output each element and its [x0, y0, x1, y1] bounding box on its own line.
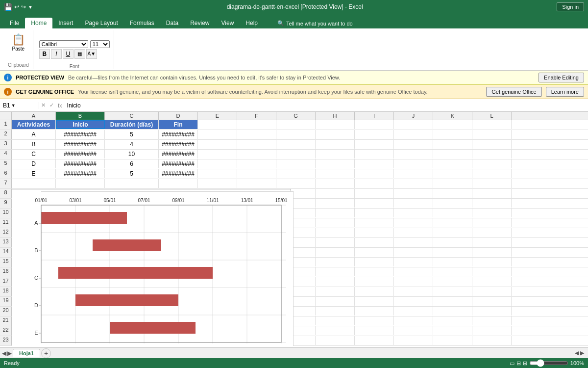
tab-review[interactable]: Review: [184, 18, 215, 28]
save-icon[interactable]: 💾: [4, 3, 12, 11]
cell-b1[interactable]: Inicio: [56, 120, 105, 129]
cell-empty[interactable]: [433, 267, 472, 276]
cell-d2[interactable]: ##########: [159, 130, 198, 139]
cell-empty[interactable]: [394, 326, 433, 335]
bold-button[interactable]: B: [39, 49, 50, 59]
cell-empty[interactable]: [355, 287, 394, 296]
cell-empty[interactable]: [433, 248, 472, 257]
cell-empty[interactable]: [433, 316, 472, 325]
cell-k1[interactable]: [433, 120, 472, 129]
cell-empty[interactable]: [433, 287, 472, 296]
formula-input[interactable]: [64, 102, 588, 109]
cell-d5[interactable]: ##########: [159, 159, 198, 168]
paste-button[interactable]: 📋 Paste: [10, 31, 27, 53]
gantt-chart[interactable]: 01/01 03/01 05/01 07/01 09/01 11/01 13/0…: [12, 189, 291, 346]
cell-d3[interactable]: ##########: [159, 140, 198, 149]
cell-empty[interactable]: [472, 307, 512, 315]
cell-j1[interactable]: [394, 120, 433, 129]
cell-empty[interactable]: [472, 189, 512, 198]
cell-empty[interactable]: [316, 218, 355, 227]
cell-empty[interactable]: [394, 307, 433, 315]
cell-empty[interactable]: [316, 277, 355, 286]
cell-empty[interactable]: [472, 316, 512, 325]
cell-empty[interactable]: [472, 297, 512, 306]
cell-empty[interactable]: [355, 336, 394, 345]
cell-b5[interactable]: ##########: [56, 159, 105, 168]
cell-empty[interactable]: [355, 199, 394, 208]
cell-f1[interactable]: [237, 120, 276, 129]
cell-e2[interactable]: [198, 130, 237, 139]
font-name-select[interactable]: Calibri: [39, 40, 88, 48]
cell-empty[interactable]: [394, 267, 433, 276]
cell-c2[interactable]: 5: [105, 130, 159, 139]
cell-h2[interactable]: [316, 130, 355, 139]
cell-b4[interactable]: ##########: [56, 150, 105, 158]
cell-d1[interactable]: Fin: [159, 120, 198, 129]
cell-empty[interactable]: [433, 277, 472, 286]
col-header-h[interactable]: H: [316, 112, 355, 120]
cell-empty[interactable]: [355, 238, 394, 247]
cell-empty[interactable]: [355, 189, 394, 198]
cell-b2[interactable]: ##########: [56, 130, 105, 139]
cell-empty[interactable]: [472, 326, 512, 335]
cell-empty[interactable]: [316, 287, 355, 296]
cell-empty[interactable]: [355, 248, 394, 257]
cell-c3[interactable]: 4: [105, 140, 159, 149]
cell-empty[interactable]: [355, 297, 394, 306]
col-header-f[interactable]: F: [237, 112, 276, 120]
cell-empty[interactable]: [355, 218, 394, 227]
cell-empty[interactable]: [316, 199, 355, 208]
tab-formulas[interactable]: Formulas: [124, 18, 160, 28]
cell-empty[interactable]: [394, 238, 433, 247]
tab-page-layout[interactable]: Page Layout: [79, 18, 123, 28]
cell-reference[interactable]: B1 ▼: [0, 102, 39, 109]
cell-empty[interactable]: [355, 209, 394, 217]
fill-color-button[interactable]: A▼: [86, 49, 97, 59]
cell-empty[interactable]: [472, 209, 512, 217]
cell-f2[interactable]: [237, 130, 276, 139]
cell-d6[interactable]: ##########: [159, 169, 198, 178]
cell-empty[interactable]: [394, 287, 433, 296]
col-header-k[interactable]: K: [433, 112, 472, 120]
cell-empty[interactable]: [433, 228, 472, 237]
cell-l2[interactable]: [472, 130, 512, 139]
cell-empty[interactable]: [433, 218, 472, 227]
redo-icon[interactable]: ↪: [21, 3, 26, 10]
border-button[interactable]: ▦: [74, 49, 85, 59]
undo-icon[interactable]: ↩: [14, 3, 19, 10]
font-size-select[interactable]: 11: [90, 40, 110, 48]
cell-empty[interactable]: [472, 267, 512, 276]
function-icon[interactable]: fx: [56, 103, 64, 108]
cell-empty[interactable]: [433, 209, 472, 217]
cell-empty[interactable]: [316, 189, 355, 198]
sign-in-button[interactable]: Sign in: [557, 2, 584, 11]
cell-empty[interactable]: [394, 218, 433, 227]
cell-empty[interactable]: [472, 277, 512, 286]
cell-a4[interactable]: C: [12, 150, 56, 158]
cell-empty[interactable]: [472, 228, 512, 237]
cell-a3[interactable]: B: [12, 140, 56, 149]
cell-empty[interactable]: [394, 248, 433, 257]
quick-access-more[interactable]: ▼: [28, 4, 33, 10]
cell-empty[interactable]: [472, 258, 512, 266]
cell-empty[interactable]: [355, 326, 394, 335]
col-header-c[interactable]: C: [105, 112, 159, 120]
cell-empty[interactable]: [433, 326, 472, 335]
cell-empty[interactable]: [394, 316, 433, 325]
cell-empty[interactable]: [433, 258, 472, 266]
cell-empty[interactable]: [472, 248, 512, 257]
cell-empty[interactable]: [394, 258, 433, 266]
col-header-a[interactable]: A: [12, 112, 56, 120]
cell-a2[interactable]: A: [12, 130, 56, 139]
cell-empty[interactable]: [433, 297, 472, 306]
col-header-j[interactable]: J: [394, 112, 433, 120]
cell-empty[interactable]: [433, 238, 472, 247]
cell-ref-dropdown-icon[interactable]: ▼: [11, 103, 16, 108]
enable-editing-button[interactable]: Enable Editing: [539, 73, 584, 82]
cell-a5[interactable]: D: [12, 159, 56, 168]
cell-empty[interactable]: [394, 336, 433, 345]
cell-empty[interactable]: [394, 277, 433, 286]
cell-empty[interactable]: [316, 297, 355, 306]
tab-home[interactable]: Home: [25, 18, 52, 28]
cell-d4[interactable]: ##########: [159, 150, 198, 158]
